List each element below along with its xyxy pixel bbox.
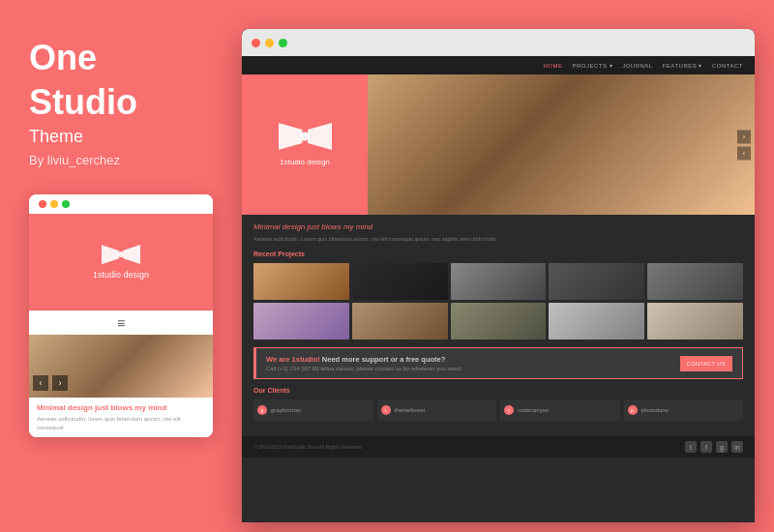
project-thumb-7[interactable] bbox=[352, 303, 448, 340]
left-panel: One Studio Theme By liviu_cerchez 1studi… bbox=[0, 0, 242, 532]
nav-features[interactable]: FEATURES ▾ bbox=[663, 62, 702, 69]
project-thumb-9[interactable] bbox=[549, 303, 644, 340]
site-hero: 1studio design › ‹ bbox=[242, 74, 755, 215]
mobile-dot-green bbox=[62, 200, 70, 208]
cta-button[interactable]: CONTACT US bbox=[680, 356, 732, 371]
tagline-accent: just blows my mind bbox=[308, 222, 373, 231]
site-content: HOME PROJECTS ▾ JOURNAL FEATURES ▾ CONTA… bbox=[242, 56, 755, 522]
mobile-browser-bar bbox=[29, 194, 213, 214]
mobile-nav-arrows: ‹ › bbox=[33, 375, 209, 391]
mobile-hero-section: 1studio design bbox=[29, 214, 213, 310]
client-graphicriver: g graphicriver bbox=[253, 399, 373, 421]
client-icon-codecanyon: c bbox=[504, 405, 514, 415]
client-icon-graphicriver: g bbox=[257, 405, 267, 415]
client-name-themeforest: themeforest bbox=[395, 407, 426, 413]
social-twitter[interactable]: t bbox=[685, 441, 697, 453]
client-name-codecanyon: codecanyon bbox=[518, 407, 549, 413]
cta-brand: We are 1studio! bbox=[266, 355, 320, 364]
nav-journal[interactable]: JOURNAL bbox=[622, 63, 653, 69]
client-icon-photodune: p bbox=[628, 405, 638, 415]
footer-copyright: © 2010-2012 OneStudio Sass All Rights Re… bbox=[253, 444, 362, 450]
nav-projects[interactable]: PROJECTS ▾ bbox=[573, 62, 613, 69]
browser-dot-yellow[interactable] bbox=[265, 39, 274, 47]
clients-title: Our Clients bbox=[253, 387, 743, 394]
footer-social: t f g in bbox=[685, 441, 743, 453]
mobile-text-section: Minimal design just blows my mind Aenean… bbox=[29, 398, 213, 437]
project-thumb-10[interactable] bbox=[647, 303, 743, 340]
nav-home[interactable]: HOME bbox=[544, 63, 563, 69]
mobile-tagline-normal: Minimal design bbox=[37, 403, 93, 412]
site-bowtie-icon bbox=[279, 123, 332, 150]
client-photodune: p photodune bbox=[624, 399, 744, 421]
cta-phone: Call (+1) 234 567 89 tellus carods, plea… bbox=[266, 366, 680, 371]
client-name-photodune: photodune bbox=[641, 407, 669, 413]
cta-section: We are 1studio! Need more support or a f… bbox=[253, 347, 743, 379]
mobile-hero-image: ‹ › bbox=[29, 335, 213, 398]
project-thumb-5[interactable] bbox=[647, 263, 743, 300]
hero-prev-arrow[interactable]: ‹ bbox=[737, 146, 751, 160]
mobile-mockup: 1studio design ≡ ‹ › Minimal design just… bbox=[29, 194, 213, 437]
browser-dot-green[interactable] bbox=[279, 39, 287, 47]
social-linkedin[interactable]: in bbox=[731, 441, 743, 453]
tagline-main: Minimal design bbox=[253, 222, 305, 231]
mobile-tagline-accent: just blows my mind bbox=[95, 403, 166, 412]
nav-contact[interactable]: CONTACT bbox=[712, 63, 743, 69]
title-line2: Studio bbox=[29, 83, 213, 122]
mobile-dot-yellow bbox=[50, 200, 58, 208]
project-thumb-3[interactable] bbox=[451, 263, 547, 300]
browser-top-bar bbox=[242, 29, 755, 56]
social-facebook[interactable]: f bbox=[700, 441, 712, 453]
client-name-graphicriver: graphicriver bbox=[271, 407, 301, 413]
client-themeforest: t themeforest bbox=[377, 399, 497, 421]
title-line1: One bbox=[29, 39, 213, 77]
site-main-content: Minimal design just blows my mind Aenean… bbox=[242, 215, 755, 436]
project-thumb-2[interactable] bbox=[352, 263, 448, 300]
mobile-prev-arrow[interactable]: ‹ bbox=[33, 375, 48, 391]
mobile-body-text: Aenean sollicitudin, lorem quis bibendum… bbox=[37, 415, 205, 431]
mobile-bowtie-icon bbox=[102, 245, 140, 264]
site-footer: © 2010-2012 OneStudio Sass All Rights Re… bbox=[242, 436, 755, 458]
mobile-dot-red bbox=[39, 200, 46, 208]
mobile-brand: 1studio design bbox=[93, 270, 149, 280]
cta-text: We are 1studio! Need more support or a f… bbox=[266, 355, 680, 371]
clients-section: Our Clients g graphicriver t themeforest… bbox=[253, 387, 743, 421]
hero-nav-arrows: › ‹ bbox=[737, 130, 751, 160]
mobile-next-arrow[interactable]: › bbox=[52, 375, 68, 391]
mobile-hamburger-icon[interactable]: ≡ bbox=[29, 310, 213, 335]
clients-grid: g graphicriver t themeforest c codecanyo… bbox=[253, 399, 743, 421]
project-thumb-4[interactable] bbox=[549, 263, 644, 300]
site-hero-brand: 1studio design bbox=[242, 74, 368, 215]
project-thumb-6[interactable] bbox=[253, 303, 349, 340]
site-hero-image: › ‹ bbox=[368, 74, 755, 215]
theme-author: By liviu_cerchez bbox=[29, 153, 213, 167]
mobile-image-overlay: ‹ › bbox=[29, 371, 213, 398]
browser-mockup: HOME PROJECTS ▾ JOURNAL FEATURES ▾ CONTA… bbox=[242, 29, 755, 522]
mobile-tagline: Minimal design just blows my mind bbox=[37, 403, 205, 412]
cta-need: Need more support or a free quote? bbox=[322, 355, 446, 364]
hero-next-arrow[interactable]: › bbox=[737, 130, 751, 143]
projects-title: Recent Projects bbox=[253, 251, 743, 257]
client-icon-themeforest: t bbox=[381, 405, 391, 415]
theme-subtitle: Theme bbox=[29, 127, 213, 147]
site-nav: HOME PROJECTS ▾ JOURNAL FEATURES ▾ CONTA… bbox=[242, 56, 755, 74]
site-desc: Aenean sollicitudin, Lorem quis bibendum… bbox=[253, 235, 743, 243]
theme-title: One Studio bbox=[29, 39, 213, 127]
mobile-bowtie-center bbox=[118, 251, 124, 257]
social-googleplus[interactable]: g bbox=[716, 441, 728, 453]
site-tagline: Minimal design just blows my mind bbox=[253, 222, 743, 231]
project-thumb-8[interactable] bbox=[451, 303, 547, 340]
browser-dot-red[interactable] bbox=[252, 39, 260, 47]
site-brand-text: 1studio design bbox=[280, 158, 330, 166]
site-bowtie-center bbox=[301, 133, 310, 141]
client-codecanyon: c codecanyon bbox=[500, 399, 620, 421]
project-grid bbox=[253, 263, 743, 340]
cta-headline: We are 1studio! Need more support or a f… bbox=[266, 355, 680, 364]
project-thumb-1[interactable] bbox=[253, 263, 349, 300]
